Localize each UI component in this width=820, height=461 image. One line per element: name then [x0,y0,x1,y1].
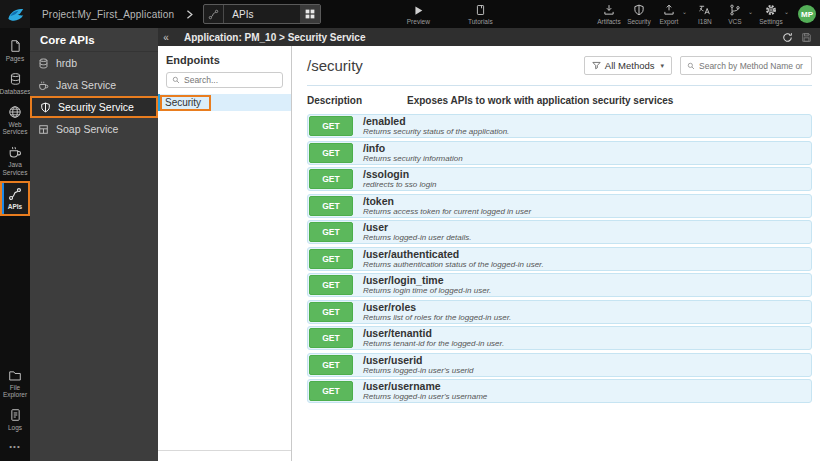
api-icon [204,5,224,23]
shield-icon [40,102,52,113]
work-area: « Application: PM_10 > Security Service [158,28,820,461]
database-icon [9,72,22,86]
sidebar-item-apis[interactable]: APIs [0,181,30,216]
endpoints-search-input[interactable] [184,75,277,85]
folder-icon [8,369,22,382]
endpoint-description: Returns logged-in user's userid [363,366,473,375]
upload-icon [663,4,675,17]
method-badge: GET [309,196,353,216]
endpoint-row[interactable]: GET /user/login_time Returns login time … [307,273,812,297]
method-badge: GET [309,328,353,348]
resource-type-selector[interactable]: APIs [203,4,321,24]
sidebar-item-web-services[interactable]: WebServices [0,100,30,141]
preview-button[interactable]: Preview [405,4,431,25]
vcs-button[interactable]: VCS [722,4,748,25]
endpoint-item-security[interactable]: Security [158,94,291,111]
endpoint-row[interactable]: GET /user/username Returns logged-in use… [307,379,812,403]
settings-button[interactable]: Settings [758,4,784,25]
endpoint-path: /user/authenticated [363,248,544,260]
endpoint-path: /token [363,195,531,207]
endpoint-row[interactable]: GET /user/roles Returns list of roles fo… [307,300,812,324]
endpoint-row[interactable]: GET /enabled Returns security status of … [307,114,812,138]
endpoints-panel: Endpoints Security [158,46,292,461]
chevron-down-icon[interactable]: ⌄ [784,8,789,15]
sidebar-item-file-explorer[interactable]: FileExplorer [0,364,30,404]
endpoint-path: /ssologin [363,168,436,180]
endpoint-path: /user/username [363,380,487,392]
gear-icon [765,4,777,17]
user-avatar[interactable]: MP [798,5,816,23]
more-options-button[interactable]: ••• [0,436,30,457]
grid-icon[interactable] [300,5,320,23]
search-icon [172,76,180,84]
chevron-down-icon[interactable]: ⌄ [748,8,753,15]
endpoint-row[interactable]: GET /user/authenticated Returns authenti… [307,247,812,271]
file-text-icon [9,408,22,422]
topbar-right-actions: Artifacts Security Export [596,4,820,25]
method-badge: GET [309,222,353,242]
sidebar-item-pages[interactable]: Pages [0,34,30,67]
endpoint-description: Returns tenant-id for the logged-in user… [363,339,504,348]
endpoint-row[interactable]: GET /info Returns security information [307,141,812,165]
branch-icon [729,4,741,17]
endpoint-item-label: Security [160,95,211,111]
endpoints-title: Endpoints [158,46,291,71]
core-api-item-java-service[interactable]: Java Service [30,74,158,96]
topbar: Project:My_First_Application APIs [0,0,820,28]
method-badge: GET [309,116,353,136]
core-api-item-soap-service[interactable]: Soap Service [30,118,158,140]
selector-label: APIs [224,9,300,20]
refresh-button[interactable] [782,32,793,43]
endpoint-path: /user/tenantid [363,327,504,339]
endpoint-path: /user/roles [363,301,511,313]
endpoint-row[interactable]: GET /user Returns logged-in user details… [307,220,812,244]
core-apis-title: Core APIs [30,28,158,52]
left-rail: Pages Databases WebServi [0,28,30,461]
endpoint-row[interactable]: GET /user/userid Returns logged-in user'… [307,353,812,377]
core-api-item-security-service[interactable]: Security Service [30,96,158,118]
breadcrumb: Application: PM_10 > Security Service [184,32,365,43]
download-icon [603,4,615,17]
i18n-button[interactable]: I18N [692,4,718,25]
methods-filter-dropdown[interactable]: All Methods ▾ [584,56,672,75]
description-text: Exposes APIs to work with application se… [407,95,673,106]
sidebar-item-logs[interactable]: Logs [0,403,30,436]
method-badge: GET [309,355,353,375]
endpoint-description: Returns security status of the applicati… [363,127,509,136]
endpoint-description: Returns logged-in user details. [363,233,472,242]
core-api-item-hrdb[interactable]: hrdb [30,52,158,74]
save-button[interactable] [801,32,812,43]
endpoint-row[interactable]: GET /token Returns access token for curr… [307,194,812,218]
application-header: « Application: PM_10 > Security Service [158,28,820,46]
endpoint-description: Returns logged-in user's username [363,392,487,401]
endpoint-path: /user [363,221,472,233]
app-body: Pages Databases WebServi [0,28,820,461]
topbar-center-actions: Preview Tutorials [405,4,493,25]
export-button[interactable]: Export [656,4,682,25]
method-badge: GET [309,143,353,163]
security-button[interactable]: Security [626,4,652,25]
wavemaker-logo[interactable] [0,0,30,28]
endpoint-list: GET /enabled Returns security status of … [307,114,812,403]
endpoint-path: /user/login_time [363,274,491,286]
method-search-input[interactable] [699,61,805,71]
page-icon [9,39,22,53]
tutorials-button[interactable]: Tutorials [467,4,493,25]
artifacts-button[interactable]: Artifacts [596,4,622,25]
caret-down-icon: ▾ [660,62,664,70]
endpoint-path: /user/userid [363,354,473,366]
service-description-row: Description Exposes APIs to work with ap… [307,86,812,114]
method-search[interactable] [680,56,812,75]
sidebar-item-java-services[interactable]: JavaServices [0,140,30,181]
endpoint-row[interactable]: GET /user/tenantid Returns tenant-id for… [307,326,812,350]
endpoint-row[interactable]: GET /ssologin redirects to sso login [307,167,812,191]
sidebar-item-databases[interactable]: Databases [0,67,30,100]
core-apis-panel: Core APIs hrdb Jav [30,28,158,461]
endpoints-search[interactable] [166,72,283,88]
chevron-down-icon[interactable]: ⌄ [682,8,687,15]
endpoint-description: Returns login time of logged-in user. [363,286,491,295]
soap-icon [38,124,50,135]
translate-icon [698,4,711,17]
collapse-panel-button[interactable]: « [158,32,174,43]
play-icon [413,4,424,17]
